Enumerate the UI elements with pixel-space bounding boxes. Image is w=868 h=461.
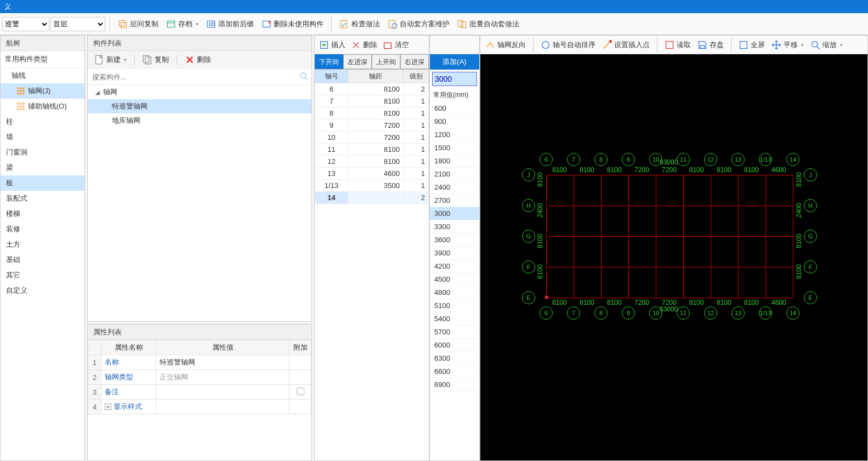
search-icon[interactable]	[299, 72, 308, 82]
search-input[interactable]	[88, 69, 311, 84]
axis-level[interactable]: 2	[404, 192, 429, 204]
axis-row[interactable]: 11 8100 1	[315, 144, 429, 156]
nav-opening[interactable]: 门窗洞	[1, 145, 84, 160]
nav-slab[interactable]: 板	[1, 175, 84, 191]
nav-custom[interactable]: 自定义	[1, 283, 84, 298]
add-value-input[interactable]	[433, 72, 476, 86]
axis-number[interactable]: 1/13	[315, 180, 348, 192]
axis-row[interactable]: 13 4600 1	[315, 168, 429, 180]
zoom-button[interactable]: 缩放▾	[808, 37, 846, 53]
axis-level[interactable]: 1	[404, 119, 429, 132]
common-value-item[interactable]: 600	[430, 102, 479, 115]
axis-distance[interactable]: 8100	[348, 83, 404, 95]
add-button[interactable]: 添加(A)	[430, 54, 479, 70]
axis-row[interactable]: 1/13 3500 1	[315, 180, 429, 192]
nav-foundation[interactable]: 基础	[1, 252, 84, 268]
delete-axis-button[interactable]: 删除	[349, 37, 379, 53]
axis-level[interactable]: 1	[404, 180, 429, 192]
prop-value[interactable]	[156, 385, 290, 400]
axis-col-number[interactable]: 轴号	[315, 70, 348, 83]
axis-level[interactable]: 1	[404, 156, 429, 168]
axis-level[interactable]: 1	[404, 107, 429, 119]
common-value-item[interactable]: 3300	[430, 220, 479, 234]
axis-col-level[interactable]: 级别	[404, 70, 429, 83]
copy-floors-button[interactable]: 层间复制	[115, 16, 162, 32]
prop-extra[interactable]	[290, 370, 311, 385]
axis-distance[interactable]: 8100	[348, 144, 404, 156]
nav-other[interactable]: 其它	[1, 268, 84, 283]
archive-button[interactable]: 存档▾	[163, 16, 202, 32]
axis-col-distance[interactable]: 轴距	[348, 70, 404, 83]
nav-beam[interactable]: 梁	[1, 160, 84, 175]
common-value-item[interactable]: 3900	[430, 247, 479, 260]
delete-button[interactable]: 删除	[181, 53, 214, 66]
axis-level[interactable]: 1	[404, 132, 429, 144]
check-method-button[interactable]: 检查做法	[336, 16, 383, 32]
axis-distance[interactable]: 3500	[348, 180, 404, 192]
insert-button[interactable]: 插入	[317, 37, 348, 53]
prop-extra[interactable]	[290, 385, 311, 400]
axis-distance[interactable]: 8100	[348, 95, 404, 107]
common-value-item[interactable]: 6600	[430, 365, 479, 378]
prop-value[interactable]	[156, 400, 290, 414]
prop-extra[interactable]	[290, 400, 311, 414]
common-value-item[interactable]: 2100	[430, 168, 479, 181]
prop-value[interactable]: 特巡警轴网	[156, 355, 290, 370]
property-row[interactable]: 4 +显示样式	[88, 400, 311, 414]
common-value-item[interactable]: 4800	[430, 286, 479, 299]
axis-row[interactable]: 8 8100 1	[315, 107, 429, 119]
axis-number[interactable]: 8	[315, 107, 348, 119]
common-value-item[interactable]: 5700	[430, 326, 479, 339]
axis-distance[interactable]: 4600	[348, 168, 404, 180]
common-types-header[interactable]: 常用构件类型	[1, 51, 84, 68]
axis-distance[interactable]	[348, 192, 404, 204]
axis-row[interactable]: 12 8100 1	[315, 156, 429, 168]
nav-aux-axis[interactable]: 辅助轴线(O)	[1, 99, 84, 114]
tree-leaf[interactable]: 地库轴网	[88, 113, 311, 128]
common-value-item[interactable]: 4200	[430, 260, 479, 273]
add-prefix-suffix-button[interactable]: ab添加前后缀	[203, 16, 257, 32]
nav-prefab[interactable]: 装配式	[1, 191, 84, 206]
tab-bottom-bay[interactable]: 下开间	[315, 54, 343, 69]
floor-dropdown[interactable]: 首层	[50, 17, 105, 31]
tree-root[interactable]: ◢轴网	[88, 85, 311, 99]
nav-stair[interactable]: 楼梯	[1, 206, 84, 221]
axis-distance[interactable]: 8100	[348, 156, 404, 168]
tab-right-depth[interactable]: 右进深	[400, 54, 429, 69]
axis-level[interactable]: 1	[404, 95, 429, 107]
axis-row[interactable]: 14 2	[315, 192, 429, 204]
axis-reverse-button[interactable]: 轴网反向	[483, 37, 529, 53]
common-value-item[interactable]: 1800	[430, 155, 479, 168]
batch-auto-button[interactable]: 批量自动套做法	[454, 16, 523, 32]
axis-row[interactable]: 6 8100 2	[315, 83, 429, 95]
nav-earthwork[interactable]: 土方	[1, 237, 84, 252]
common-value-item[interactable]: 6000	[430, 339, 479, 352]
axis-number[interactable]: 6	[315, 83, 348, 95]
axis-row[interactable]: 9 7200 1	[315, 119, 429, 132]
common-value-item[interactable]: 3000	[430, 207, 479, 220]
axis-distance[interactable]: 7200	[348, 119, 404, 132]
axis-row[interactable]: 7 8100 1	[315, 95, 429, 107]
nav-wall[interactable]: 墙	[1, 129, 84, 145]
axis-number[interactable]: 9	[315, 119, 348, 132]
nav-axis-line[interactable]: 轴线	[1, 68, 84, 83]
common-value-item[interactable]: 2700	[430, 194, 479, 207]
axis-number[interactable]: 14	[315, 192, 348, 204]
drawing-canvas[interactable]: 6681008100778100810088810081009972007200…	[480, 54, 867, 460]
delete-unused-button[interactable]: 删除未使用构件	[258, 16, 327, 32]
axis-number[interactable]: 13	[315, 168, 348, 180]
common-value-item[interactable]: 5400	[430, 312, 479, 326]
common-value-item[interactable]: 3600	[430, 234, 479, 247]
tab-left-depth[interactable]: 左进深	[343, 54, 372, 69]
expand-icon[interactable]: +	[105, 403, 111, 410]
nav-grid[interactable]: 轴网(J)	[1, 83, 84, 99]
axis-level[interactable]: 1	[404, 168, 429, 180]
auto-number-button[interactable]: 轴号自动排序	[538, 37, 598, 53]
nav-decoration[interactable]: 装修	[1, 221, 84, 237]
auto-scheme-button[interactable]: 自动套方案维护	[384, 16, 453, 32]
axis-distance[interactable]: 7200	[348, 132, 404, 144]
property-row[interactable]: 2 轴网类型 正交轴网	[88, 370, 311, 385]
project-dropdown[interactable]: 巡警	[2, 17, 49, 31]
tree-leaf-selected[interactable]: 特巡警轴网	[88, 99, 311, 113]
common-value-item[interactable]: 6300	[430, 352, 479, 365]
